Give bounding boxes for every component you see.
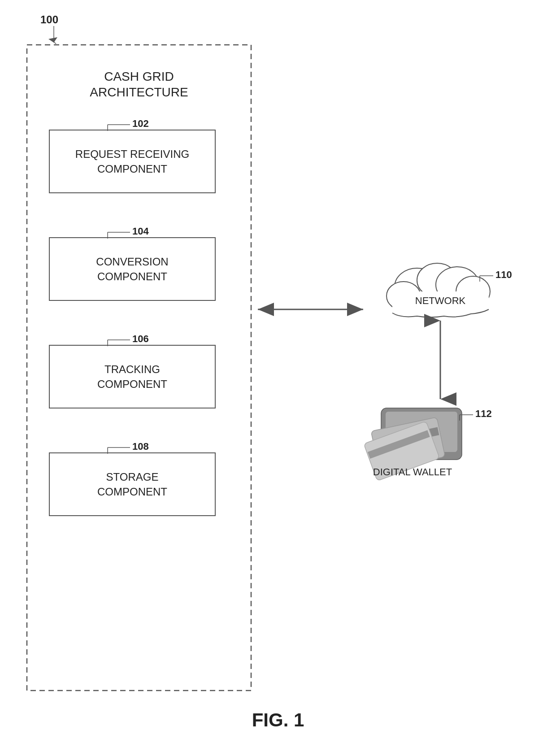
- figure-ref: 100: [40, 13, 58, 26]
- svg-rect-0: [27, 45, 251, 691]
- svg-point-21: [456, 276, 490, 307]
- svg-point-18: [395, 268, 439, 306]
- comp1-label-line1: REQUEST RECEIVING: [75, 148, 189, 160]
- network-label: NETWORK: [415, 295, 466, 306]
- ref-112: 112: [475, 408, 492, 419]
- ref-110: 110: [495, 269, 512, 280]
- svg-rect-7: [49, 345, 215, 408]
- ref-104: 104: [132, 226, 149, 237]
- comp3-label-line1: TRACKING: [104, 363, 160, 375]
- svg-rect-1: [49, 130, 215, 193]
- svg-marker-37: [48, 37, 57, 43]
- comp4-label-line1: STORAGE: [106, 471, 159, 483]
- svg-rect-28: [386, 412, 457, 452]
- svg-rect-31: [364, 421, 439, 481]
- svg-line-36: [52, 39, 56, 44]
- svg-rect-4: [49, 238, 215, 300]
- ref-108: 108: [132, 441, 149, 452]
- arch-title-line2: ARCHITECTURE: [90, 85, 188, 99]
- svg-rect-27: [381, 408, 462, 460]
- svg-rect-23: [392, 291, 489, 316]
- wallet-label: DIGITAL WALLET: [373, 466, 452, 478]
- comp3-label-line2: COMPONENT: [97, 378, 167, 390]
- arch-title-line1: CASH GRID: [104, 70, 174, 83]
- ref-106: 106: [132, 333, 149, 344]
- fig-label: FIG. 1: [252, 709, 304, 730]
- ref-102: 102: [132, 118, 149, 129]
- svg-rect-30: [374, 427, 439, 449]
- comp2-label-line2: COMPONENT: [97, 270, 167, 282]
- svg-point-22: [387, 282, 421, 310]
- comp1-label-line2: COMPONENT: [97, 163, 167, 175]
- comp4-label-line2: COMPONENT: [97, 486, 167, 498]
- svg-point-19: [417, 263, 457, 297]
- comp2-label-line1: CONVERSION: [96, 256, 168, 268]
- svg-rect-29: [371, 417, 445, 470]
- svg-rect-10: [49, 453, 215, 516]
- svg-point-20: [436, 267, 479, 303]
- svg-rect-32: [368, 430, 430, 459]
